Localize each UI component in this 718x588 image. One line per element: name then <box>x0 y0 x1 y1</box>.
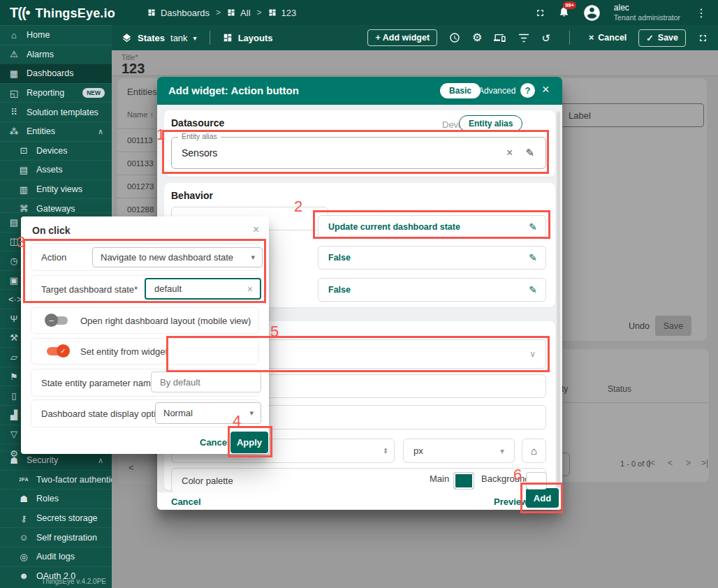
timewindow-clock-icon[interactable] <box>449 32 460 43</box>
clear-icon[interactable]: × <box>506 147 513 159</box>
chevron-down-icon[interactable]: ▾ <box>193 34 197 42</box>
target-state-input[interactable] <box>153 283 233 295</box>
sidebar-item-entity-views[interactable]: ▥Entity views <box>0 179 112 199</box>
sidebar-item-assets[interactable]: ▤Assets <box>0 160 112 179</box>
state-param-input[interactable] <box>159 376 245 388</box>
next-page-icon[interactable]: > <box>686 458 691 468</box>
close-icon[interactable]: × <box>253 223 259 236</box>
breadcrumb-123[interactable]: 123 <box>268 8 297 18</box>
close-icon: × <box>589 33 594 43</box>
advanced-tab[interactable]: Advanced <box>478 86 515 96</box>
first-page-icon[interactable]: |< <box>648 458 655 468</box>
size-unit-select[interactable]: px ▾ <box>403 439 515 463</box>
notifications-bell-icon[interactable]: 99+ <box>558 6 570 20</box>
save-button[interactable]: Save <box>655 316 691 336</box>
sidebar-item-home[interactable]: ⌂Home <box>0 25 112 45</box>
reporting-icon: ◱ <box>8 88 20 98</box>
fullscreen-icon[interactable] <box>535 8 545 18</box>
user-name: alec <box>614 3 680 13</box>
modal-scrollbar[interactable] <box>557 112 560 487</box>
preview-button[interactable]: Preview <box>494 497 528 507</box>
add-button[interactable]: Add <box>526 488 559 508</box>
sidebar-item-devices[interactable]: ⊡Devices <box>0 141 112 161</box>
collapse-chevron[interactable]: < <box>129 462 134 473</box>
avatar[interactable] <box>583 3 601 22</box>
funnel-icon: ▽ <box>8 429 20 439</box>
sidebar-item-reporting[interactable]: ◱ReportingNEW <box>0 83 112 103</box>
sidebar-item-alarms[interactable]: ⚠Alarms <box>0 45 112 64</box>
spin-down-icon[interactable]: ▾ <box>384 451 387 455</box>
layouts-button[interactable]: Layouts <box>238 33 273 43</box>
behavior-false-row-1[interactable]: False ✎ <box>318 246 546 270</box>
add-widget-button[interactable]: + Add widget <box>367 29 437 46</box>
last-page-icon[interactable]: >| <box>701 458 708 468</box>
rule-chains-icon: <·> <box>8 294 20 304</box>
edit-pencil-icon[interactable]: ✎ <box>529 284 537 295</box>
entity-aliases-icon[interactable] <box>494 33 506 43</box>
background-color-swatch[interactable] <box>526 472 547 490</box>
sort-arrow-icon: ↑ <box>149 110 154 119</box>
fullscreen-icon[interactable] <box>698 33 708 43</box>
target-state-label: Target dashboard state* <box>41 284 138 295</box>
save-dashboard-button[interactable]: ✓Save <box>638 29 686 47</box>
filters-icon[interactable] <box>518 34 529 43</box>
onclick-action-row[interactable]: Update current dashboard state ✎ <box>318 215 546 239</box>
layers-icon <box>122 33 132 43</box>
sidebar-item-self-registration[interactable]: ☺Self registration <box>0 527 112 547</box>
entity-alias-field[interactable]: Sensors × ✎ <box>171 137 546 169</box>
dashboard-grid-icon <box>268 8 277 17</box>
toolbar-actions: + Add widget ⚙ ↺ ×Cancel ✓Save <box>367 29 708 47</box>
breadcrumb-separator: > <box>257 8 262 17</box>
assets-icon: ▤ <box>18 165 29 175</box>
sidebar-item-dashboards[interactable]: ▦Dashboards <box>0 64 112 83</box>
apply-button[interactable]: Apply <box>230 432 268 453</box>
edit-pencil-icon[interactable]: ✎ <box>529 252 537 263</box>
main-color-swatch[interactable] <box>453 472 474 490</box>
sidebar-item-roles[interactable]: ☗Roles <box>0 489 112 508</box>
edge-icon: Ψ <box>8 314 20 324</box>
sidebar-item-secrets-storage[interactable]: ⚷Secrets storage <box>0 508 112 528</box>
entity-alias-toggle[interactable]: Entity alias <box>459 115 522 132</box>
display-option-select[interactable]: Normal ▾ <box>155 402 261 424</box>
home-icon-button[interactable]: ⌂ <box>522 439 546 463</box>
close-icon[interactable]: × <box>542 82 550 97</box>
behavior-false-row-2[interactable]: False ✎ <box>318 278 546 302</box>
dashboard-title-value[interactable]: 123 <box>122 61 145 77</box>
user-menu[interactable]: alec Tenant administrator <box>614 3 680 22</box>
dashboard-toolbar: States tank ▾ Layouts + Add widget ⚙ ↺ ×… <box>112 25 718 50</box>
label-field[interactable]: Label <box>559 103 704 127</box>
sidebar-item-entities[interactable]: ⁂Entities∧ <box>0 122 112 141</box>
undo-button[interactable]: Undo <box>629 321 650 331</box>
entities-name-column[interactable]: Name ↑ <box>127 110 154 119</box>
breadcrumb-dashboards[interactable]: Dashboards <box>147 8 210 18</box>
sidebar-item-audit-logs[interactable]: ◎Audit logs <box>0 547 112 566</box>
clear-icon[interactable]: × <box>247 284 253 295</box>
edit-pencil-icon[interactable]: ✎ <box>525 147 534 159</box>
action-select[interactable]: Navigate to new dashboard state ▾ <box>92 247 263 267</box>
shield-icon: ☗ <box>8 455 20 466</box>
chevron-down-icon: ∨ <box>529 349 536 359</box>
column-header-partial: ty <box>562 384 568 394</box>
sidebar-item-two-factor[interactable]: 2FATwo-factor authenticati... <box>0 470 112 490</box>
dashboard-settings-gear-icon[interactable]: ⚙ <box>472 32 482 43</box>
breadcrumb-all[interactable]: All <box>227 8 250 18</box>
entities-widget-title: Entities <box>127 87 157 97</box>
edit-pencil-icon[interactable]: ✎ <box>529 221 537 233</box>
prev-page-icon[interactable]: < <box>668 458 673 468</box>
help-icon[interactable]: ? <box>520 83 535 98</box>
stepper-arrows[interactable]: ▴▾ <box>384 448 387 455</box>
mobile-layout-toggle[interactable]: – <box>47 316 68 325</box>
sidebar-item-solution-templates[interactable]: ⠿Solution templates <box>0 102 112 122</box>
basic-tab[interactable]: Basic <box>440 83 481 98</box>
dashboard-grid-icon <box>147 8 156 17</box>
cancel-edit-button[interactable]: ×Cancel <box>589 33 627 43</box>
dashboard-grid-icon <box>227 8 235 17</box>
logo[interactable]: T((• ThingsEye.io <box>10 5 115 21</box>
dialog-cancel-button[interactable]: Cancel <box>200 437 230 448</box>
users-icon: ◷ <box>8 256 20 266</box>
set-entity-toggle[interactable]: ✓ <box>47 347 68 355</box>
version-history-icon[interactable]: ↺ <box>541 33 550 43</box>
kebab-menu-icon[interactable]: ⋮ <box>693 6 710 20</box>
modal-cancel-button[interactable]: Cancel <box>171 497 201 507</box>
states-value[interactable]: tank <box>170 33 188 43</box>
